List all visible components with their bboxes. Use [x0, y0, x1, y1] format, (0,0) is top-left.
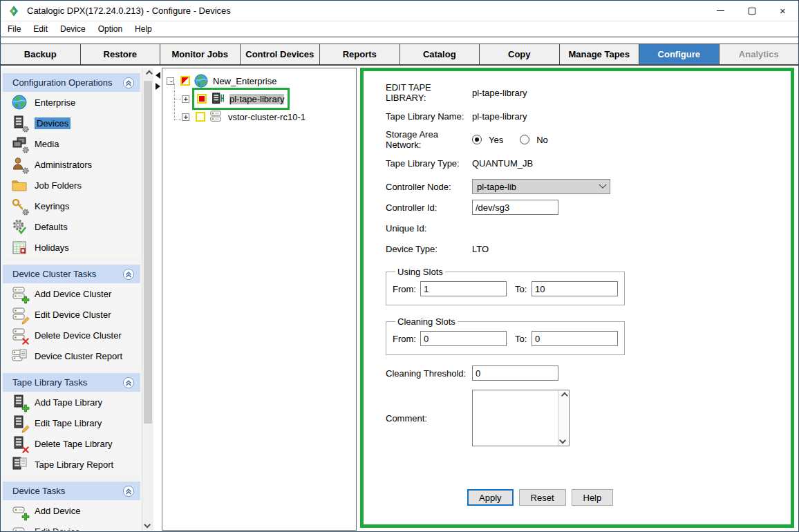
cleaning-slots-from-input[interactable]	[420, 331, 507, 346]
scroll-down-icon[interactable]	[559, 437, 566, 444]
tab-analytics[interactable]: Analytics	[720, 44, 799, 64]
using-slots-to-input[interactable]	[532, 281, 618, 296]
tab-restore[interactable]: Restore	[81, 44, 161, 64]
minimize-button[interactable]	[705, 1, 736, 21]
storage-area-network-row: Storage Area Network: Yes No	[386, 133, 791, 146]
add-device-cluster-icon	[11, 285, 28, 302]
gear-badge-icon	[21, 167, 30, 175]
expand-node-icon[interactable]	[182, 95, 189, 103]
collapse-section-icon[interactable]	[122, 377, 135, 389]
controller-node-dropdown[interactable]: pl-tape-lib	[472, 179, 610, 194]
sidebar-item-keyrings[interactable]: Keyrings	[3, 196, 140, 216]
expand-right-icon[interactable]	[156, 83, 160, 90]
comment-scrollbar[interactable]	[558, 390, 569, 446]
gear-badge-icon	[21, 146, 30, 154]
sidebar-item-edit-device-cluster[interactable]: Edit Device Cluster	[3, 304, 140, 325]
calendar-icon	[11, 239, 28, 256]
san-yes-radio[interactable]	[472, 135, 482, 144]
san-no-label: No	[536, 135, 548, 145]
sidebar-item-defaults[interactable]: Defaults	[3, 216, 140, 237]
sidebar-item-delete-tape-library[interactable]: Delete Tape Library	[3, 433, 140, 454]
sidebar-item-job-folders[interactable]: Job Folders	[3, 175, 140, 196]
maximize-button[interactable]	[736, 1, 767, 21]
apply-button[interactable]: Apply	[467, 489, 514, 506]
collapse-section-icon[interactable]	[122, 77, 135, 89]
scroll-up-icon[interactable]	[561, 392, 568, 399]
tape-library-type-label: Tape Library Type:	[386, 158, 472, 169]
section-device-cluster-tasks: Device Cluster Tasks Add Device Cluster	[3, 265, 140, 366]
tree-node-label[interactable]: New_Enterprise	[213, 76, 277, 86]
help-button[interactable]: Help	[572, 489, 614, 506]
sidebar-scrollbar[interactable]	[142, 68, 153, 531]
tree-node-vstor-cluster[interactable]: vstor-cluster-rc10-1	[162, 108, 356, 126]
menu-device[interactable]: Device	[54, 24, 92, 34]
sidebar-item-add-device-cluster[interactable]: Add Device Cluster	[3, 283, 140, 304]
sidebar-item-delete-device-cluster[interactable]: Delete Device Cluster	[3, 325, 140, 345]
sidebar-item-label: Edit Device Cluster	[35, 310, 111, 320]
tab-reports[interactable]: Reports	[320, 44, 400, 64]
san-no-radio[interactable]	[520, 135, 529, 144]
cleaning-threshold-row: Cleaning Threshold:	[386, 366, 791, 380]
tab-manage-tapes[interactable]: Manage Tapes	[560, 44, 640, 64]
collapse-section-icon[interactable]	[122, 485, 135, 497]
tape-library-name-label: Tape Library Name:	[386, 111, 472, 122]
sidebar-item-devices[interactable]: Devices	[3, 113, 140, 133]
sidebar-item-device-cluster-report[interactable]: Device Cluster Report	[3, 345, 140, 366]
sidebar-item-holidays[interactable]: Holidays	[3, 237, 140, 258]
tree-checkbox-partial[interactable]	[180, 76, 190, 86]
scroll-down-icon[interactable]	[142, 519, 153, 531]
collapse-node-icon[interactable]	[167, 77, 174, 85]
sidebar-item-label: Media	[35, 139, 59, 149]
form-buttons: Apply Reset Help	[467, 489, 791, 506]
menu-help[interactable]: Help	[129, 24, 158, 34]
scrollbar-thumb[interactable]	[144, 81, 152, 424]
using-slots-groupbox: Using Slots From: To:	[386, 267, 625, 305]
sidebar-item-label: Defaults	[35, 222, 68, 232]
sidebar-item-label: Devices	[35, 117, 70, 129]
tree-checkbox-checked[interactable]	[197, 94, 207, 104]
section-title: Device Tasks	[12, 486, 122, 496]
tree-node-label[interactable]: vstor-cluster-rc10-1	[228, 112, 306, 122]
comment-textarea[interactable]	[473, 390, 558, 446]
close-button[interactable]: ×	[767, 1, 798, 21]
scrollbar-track[interactable]	[142, 79, 153, 519]
sidebar-item-add-tape-library[interactable]: Add Tape Library	[3, 392, 140, 412]
pencil-badge-icon	[21, 425, 30, 433]
sidebar-item-edit-tape-library[interactable]: Edit Tape Library	[3, 412, 140, 433]
controller-id-input[interactable]	[472, 200, 558, 215]
collapse-section-icon[interactable]	[122, 268, 135, 281]
menu-option[interactable]: Option	[92, 24, 129, 34]
menu-edit[interactable]: Edit	[27, 24, 54, 34]
tab-backup[interactable]: Backup	[1, 44, 81, 64]
tab-configure[interactable]: Configure	[639, 44, 720, 64]
sidebar-item-enterprise[interactable]: Enterprise	[3, 92, 140, 113]
tree-node-label[interactable]: pl-tape-library	[229, 94, 284, 104]
scroll-up-icon[interactable]	[142, 68, 153, 79]
sidebar-item-administrators[interactable]: Administrators	[3, 154, 140, 175]
using-slots-from-input[interactable]	[420, 281, 507, 296]
gear-badge-icon	[21, 125, 30, 133]
tab-catalog[interactable]: Catalog	[400, 44, 480, 64]
tab-control-devices[interactable]: Control Devices	[241, 44, 321, 64]
sidebar-item-add-device[interactable]: Add Device	[3, 500, 140, 521]
tab-monitor-jobs[interactable]: Monitor Jobs	[160, 44, 241, 64]
edit-tape-library-icon	[11, 415, 28, 431]
reset-button[interactable]: Reset	[519, 489, 566, 506]
cleaning-threshold-input[interactable]	[472, 365, 558, 381]
sidebar-item-media[interactable]: Media	[3, 133, 140, 154]
chevron-down-icon	[599, 181, 606, 189]
sidebar-item-tape-library-report[interactable]: Tape Library Report	[3, 454, 140, 475]
cleaning-slots-to-input[interactable]	[532, 331, 618, 346]
expand-node-icon[interactable]	[182, 113, 189, 121]
panel-splitter[interactable]	[153, 68, 162, 531]
tab-copy[interactable]: Copy	[480, 44, 560, 64]
collapse-left-icon[interactable]	[156, 72, 160, 79]
tree-node-pl-tape-library[interactable]: pl-tape-library	[162, 90, 356, 108]
section-title: Device Cluster Tasks	[12, 269, 122, 279]
section-title: Tape Library Tasks	[12, 377, 122, 388]
sidebar-item-edit-device[interactable]: Edit Device	[3, 521, 140, 531]
add-tape-library-icon	[11, 394, 28, 410]
device-cluster-report-icon	[11, 348, 28, 364]
menu-file[interactable]: File	[6, 24, 27, 34]
tree-checkbox-unchecked[interactable]	[196, 112, 205, 122]
